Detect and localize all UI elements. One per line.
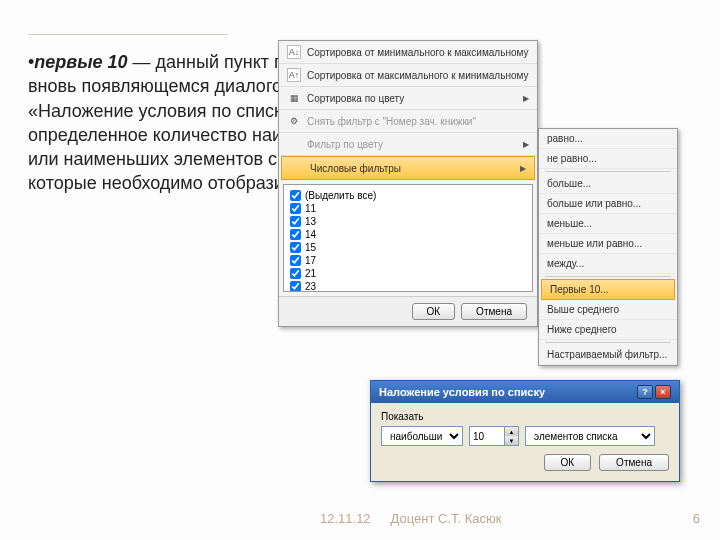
submenu-item-less[interactable]: меньше... — [539, 214, 677, 234]
dialog-titlebar[interactable]: Наложение условия по списку ? × — [371, 381, 679, 403]
cancel-button[interactable]: Отмена — [461, 303, 527, 320]
select-all-checkbox[interactable]: (Выделить все) — [288, 189, 528, 202]
help-button[interactable]: ? — [637, 385, 653, 399]
submenu-item-between[interactable]: между... — [539, 254, 677, 274]
spin-up-icon[interactable]: ▲ — [504, 427, 518, 436]
count-spinner[interactable]: ▲▼ — [469, 426, 519, 446]
value-checkbox[interactable]: 15 — [288, 241, 528, 254]
value-checkbox[interactable]: 17 — [288, 254, 528, 267]
filter-color-label: Фильтр по цвету — [307, 139, 383, 150]
direction-select[interactable]: наибольших — [381, 426, 463, 446]
ok-button[interactable]: ОК — [412, 303, 456, 320]
page-number: 6 — [693, 511, 700, 526]
ok-button[interactable]: ОК — [544, 454, 592, 471]
submenu-item-greatereq[interactable]: больше или равно... — [539, 194, 677, 214]
chevron-right-icon: ▶ — [520, 164, 526, 173]
filter-values-list[interactable]: (Выделить все) 11 13 14 15 17 21 23 — [283, 184, 533, 292]
footer-date: 12.11.12 — [320, 511, 371, 526]
dialog-controls-row: наибольших ▲▼ элементов списка — [381, 426, 669, 446]
chevron-right-icon: ▶ — [523, 140, 529, 149]
number-filters-label: Числовые фильтры — [310, 163, 401, 174]
decorative-rule — [28, 34, 228, 35]
sort-asc-label: Сортировка от минимального к максимально… — [307, 47, 528, 58]
funnel-color-icon — [287, 137, 301, 151]
submenu-item-custom[interactable]: Настраиваемый фильтр... — [539, 345, 677, 365]
clear-filter-item: ⚙ Снять фильтр с "Номер зач. книжки" — [279, 110, 537, 133]
dialog-body: Показать наибольших ▲▼ элементов списка … — [371, 403, 679, 481]
submenu-item-equals[interactable]: равно... — [539, 129, 677, 149]
submenu-item-lesseq[interactable]: меньше или равно... — [539, 234, 677, 254]
sort-color-label: Сортировка по цвету — [307, 93, 404, 104]
dialog-buttons: ОК Отмена — [381, 454, 669, 471]
submenu-item-top10[interactable]: Первые 10... — [541, 279, 675, 300]
count-input[interactable] — [470, 427, 504, 445]
sort-asc-icon: A↓ — [287, 45, 301, 59]
spin-down-icon[interactable]: ▼ — [504, 436, 518, 445]
value-checkbox[interactable]: 14 — [288, 228, 528, 241]
value-checkbox[interactable]: 23 — [288, 280, 528, 292]
sort-asc-item[interactable]: A↓ Сортировка от минимального к максимал… — [279, 41, 537, 64]
funnel-clear-icon: ⚙ — [287, 114, 301, 128]
sort-color-item[interactable]: ▦ Сортировка по цвету ▶ — [279, 87, 537, 110]
dialog-title: Наложение условия по списку — [379, 386, 545, 398]
submenu-item-greater[interactable]: больше... — [539, 174, 677, 194]
submenu-item-above-avg[interactable]: Выше среднего — [539, 300, 677, 320]
value-checkbox[interactable]: 11 — [288, 202, 528, 215]
close-button[interactable]: × — [655, 385, 671, 399]
value-checkbox[interactable]: 13 — [288, 215, 528, 228]
clear-filter-label: Снять фильтр с "Номер зач. книжки" — [307, 116, 476, 127]
cancel-button[interactable]: Отмена — [599, 454, 669, 471]
footer: 12.11.12 Доцент С.Т. Касюк — [320, 511, 502, 526]
bullet-lead: первые 10 — [34, 52, 127, 72]
footer-author: Доцент С.Т. Касюк — [391, 511, 502, 526]
submenu-item-below-avg[interactable]: Ниже среднего — [539, 320, 677, 340]
palette-icon: ▦ — [287, 91, 301, 105]
sort-desc-icon: A↑ — [287, 68, 301, 82]
filter-color-item: Фильтр по цвету ▶ — [279, 133, 537, 156]
value-checkbox[interactable]: 21 — [288, 267, 528, 280]
top10-dialog: Наложение условия по списку ? × Показать… — [370, 380, 680, 482]
separator — [545, 342, 671, 343]
number-filters-submenu: равно... не равно... больше... больше ил… — [538, 128, 678, 366]
number-filters-item[interactable]: Числовые фильтры ▶ — [281, 156, 535, 180]
chevron-right-icon: ▶ — [523, 94, 529, 103]
show-label: Показать — [381, 411, 669, 422]
filter-dropdown: A↓ Сортировка от минимального к максимал… — [278, 40, 538, 327]
blank-icon — [290, 161, 304, 175]
submenu-item-notequals[interactable]: не равно... — [539, 149, 677, 169]
sort-desc-label: Сортировка от максимального к минимально… — [307, 70, 528, 81]
unit-select[interactable]: элементов списка — [525, 426, 655, 446]
separator — [545, 276, 671, 277]
filter-buttons: ОК Отмена — [279, 296, 537, 326]
separator — [545, 171, 671, 172]
sort-desc-item[interactable]: A↑ Сортировка от максимального к минимал… — [279, 64, 537, 87]
